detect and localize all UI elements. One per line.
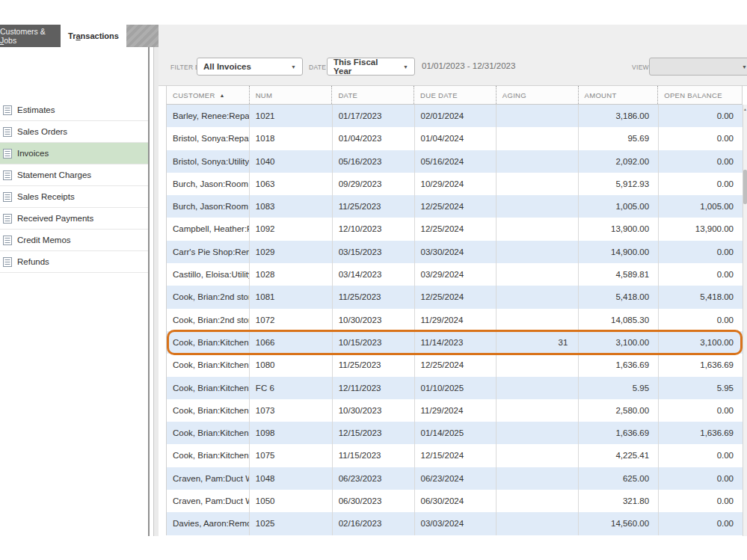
cell-due_date: 12/15/2024 bbox=[414, 444, 497, 467]
cell-date: 06/23/2023 bbox=[332, 467, 414, 490]
column-header-num[interactable]: NUM bbox=[249, 86, 332, 104]
cell-open_balance: 0.00 bbox=[658, 241, 743, 263]
document-icon bbox=[3, 149, 12, 159]
table-row[interactable]: Cook, Brian:2nd story ad...108111/25/202… bbox=[167, 286, 743, 308]
cell-num: 1025 bbox=[249, 512, 332, 535]
cell-due_date: 10/29/2024 bbox=[414, 173, 497, 195]
table-row[interactable]: Craven, Pam:Duct Work104806/23/202306/23… bbox=[167, 467, 743, 490]
date-filter-dropdown[interactable]: This Fiscal Year ▼ bbox=[327, 58, 415, 76]
cell-num: 1075 bbox=[249, 444, 332, 467]
table-row[interactable]: Carr's Pie Shop:Remodel102903/15/202303/… bbox=[167, 241, 743, 263]
table-row[interactable]: Castillo, Eloisa:Utility Ro...102803/14/… bbox=[167, 263, 743, 286]
sidebar-item-invoices[interactable]: Invoices bbox=[0, 143, 148, 164]
transactions-pane: FILTER BY All Invoices ▼ DATE This Fisca… bbox=[159, 25, 747, 536]
document-icon bbox=[3, 214, 12, 224]
column-header-date[interactable]: DATE bbox=[331, 86, 414, 104]
table-row[interactable]: Burch, Jason:Room Addit...106309/29/2023… bbox=[167, 173, 743, 195]
column-header-due_date[interactable]: DUE DATE bbox=[414, 86, 496, 104]
cell-open_balance: 1,005.00 bbox=[658, 195, 743, 218]
table-row-selected[interactable]: Cook, Brian:Kitchen106610/15/202311/14/2… bbox=[167, 331, 743, 354]
cell-aging bbox=[496, 241, 578, 263]
cell-date: 10/15/2023 bbox=[332, 331, 414, 354]
table-row[interactable]: Cook, Brian:Kitchen109812/15/202301/14/2… bbox=[167, 422, 743, 444]
scrollbar-thumb[interactable] bbox=[743, 170, 747, 204]
sidebar-item-received-payments[interactable]: Received Payments bbox=[0, 208, 148, 230]
cell-customer: Cook, Brian:Kitchen bbox=[167, 422, 249, 444]
column-header-open_balance[interactable]: OPEN BALANCE bbox=[657, 86, 742, 104]
tab-label: Transactions bbox=[68, 31, 119, 40]
table-row[interactable]: Cook, Brian:Kitchen107310/30/202311/29/2… bbox=[167, 399, 743, 422]
cell-num: 1018 bbox=[249, 127, 332, 150]
cell-num: 1028 bbox=[249, 263, 332, 286]
table-row[interactable]: Cook, Brian:2nd story ad...107210/30/202… bbox=[167, 309, 743, 331]
cell-aging bbox=[496, 150, 578, 173]
sidebar-item-credit-memos[interactable]: Credit Memos bbox=[0, 230, 148, 251]
tab-customers-jobs[interactable]: Customers & Jobs bbox=[0, 25, 61, 47]
cell-customer: Cook, Brian:Kitchen bbox=[167, 399, 249, 422]
table-row[interactable]: Davies, Aaron:Remodel102502/16/202303/03… bbox=[167, 512, 743, 535]
table-row[interactable]: Burch, Jason:Room Addit...108311/25/2023… bbox=[167, 195, 743, 218]
cell-date: 02/16/2023 bbox=[332, 512, 414, 535]
sidebar-item-label: Estimates bbox=[17, 105, 55, 114]
tab-transactions[interactable]: Transactions bbox=[61, 25, 126, 47]
tab-label: Customers & Jobs bbox=[0, 27, 61, 45]
document-icon bbox=[3, 105, 12, 115]
table-row[interactable]: Bristol, Sonya:Utility Shed104005/16/202… bbox=[167, 150, 743, 173]
cell-due_date: 03/30/2024 bbox=[414, 241, 497, 263]
sidebar-item-estimates[interactable]: Estimates bbox=[0, 99, 148, 121]
table-row[interactable]: Cook, Brian:Kitchen108011/25/202312/25/2… bbox=[167, 354, 743, 376]
column-header-customer[interactable]: CUSTOMER▲ bbox=[167, 86, 249, 104]
cell-due_date: 12/25/2024 bbox=[414, 195, 497, 218]
cell-due_date: 12/25/2024 bbox=[414, 354, 497, 376]
cell-due_date: 03/03/2024 bbox=[414, 512, 497, 535]
cell-date: 06/30/2023 bbox=[332, 490, 414, 512]
column-header-amount[interactable]: AMOUNT bbox=[578, 86, 658, 104]
column-header-aging[interactable]: AGING bbox=[496, 86, 578, 104]
cell-aging bbox=[496, 127, 578, 150]
table-row[interactable]: Cook, Brian:KitchenFC 612/11/202301/10/2… bbox=[167, 377, 743, 399]
cell-amount: 321.80 bbox=[578, 490, 658, 512]
cell-customer: Bristol, Sonya:Repairs bbox=[167, 127, 249, 150]
sidebar-item-statement-charges[interactable]: Statement Charges bbox=[0, 164, 148, 186]
cell-due_date: 01/14/2025 bbox=[414, 422, 497, 444]
column-header-label: DATE bbox=[338, 91, 357, 99]
cell-due_date: 06/30/2024 bbox=[414, 490, 497, 512]
cell-open_balance: 0.00 bbox=[658, 444, 743, 467]
table-row[interactable]: Campbell, Heather:Rem...109212/10/202312… bbox=[167, 218, 743, 240]
cell-open_balance: 0.00 bbox=[658, 309, 743, 331]
cell-open_balance: 1,636.69 bbox=[658, 354, 743, 376]
cell-date: 11/25/2023 bbox=[332, 195, 414, 218]
cell-customer: Burch, Jason:Room Addit... bbox=[167, 195, 249, 218]
cell-aging bbox=[496, 105, 578, 127]
table-row[interactable]: Bristol, Sonya:Repairs101801/04/202301/0… bbox=[167, 127, 743, 150]
sidebar-item-sales-orders[interactable]: Sales Orders bbox=[0, 121, 148, 143]
sidebar-item-label: Received Payments bbox=[17, 214, 93, 223]
scroll-up-icon[interactable]: ▲ bbox=[743, 105, 747, 113]
table-row[interactable]: Barley, Renee:Repairs102101/17/202302/01… bbox=[167, 105, 743, 127]
cell-customer: Cook, Brian:Kitchen bbox=[167, 377, 249, 399]
cell-open_balance: 0.00 bbox=[658, 173, 743, 195]
filter-by-dropdown[interactable]: All Invoices ▼ bbox=[197, 58, 303, 76]
cell-num: 1081 bbox=[249, 286, 332, 308]
column-header-label: CUSTOMER bbox=[173, 91, 215, 99]
date-range-text: 01/01/2023 - 12/31/2023 bbox=[422, 61, 515, 70]
table-row[interactable]: Cook, Brian:Kitchen107511/15/202312/15/2… bbox=[167, 444, 743, 467]
table-row[interactable]: Craven, Pam:Duct Work105006/30/202306/30… bbox=[167, 490, 743, 512]
sidebar-item-sales-receipts[interactable]: Sales Receipts bbox=[0, 186, 148, 208]
transaction-types-sidebar: EstimatesSales OrdersInvoicesStatement C… bbox=[0, 47, 150, 536]
cell-date: 11/15/2023 bbox=[332, 444, 414, 467]
cell-num: 1083 bbox=[249, 195, 332, 218]
chevron-down-icon: ▼ bbox=[403, 64, 408, 70]
vertical-scrollbar[interactable]: ▲ bbox=[743, 105, 747, 536]
cell-date: 05/16/2023 bbox=[332, 150, 414, 173]
view-dropdown[interactable]: ▼ bbox=[649, 58, 747, 76]
cell-aging bbox=[496, 354, 578, 376]
cell-customer: Castillo, Eloisa:Utility Ro... bbox=[167, 263, 249, 286]
sidebar-item-refunds[interactable]: Refunds bbox=[0, 251, 148, 273]
cell-amount: 2,580.00 bbox=[578, 399, 658, 422]
cell-date: 01/17/2023 bbox=[332, 105, 414, 127]
column-header-label: AGING bbox=[502, 91, 526, 99]
cell-customer: Cook, Brian:Kitchen bbox=[167, 444, 249, 467]
cell-num: 1080 bbox=[249, 354, 332, 376]
cell-customer: Cook, Brian:2nd story ad... bbox=[167, 309, 249, 331]
